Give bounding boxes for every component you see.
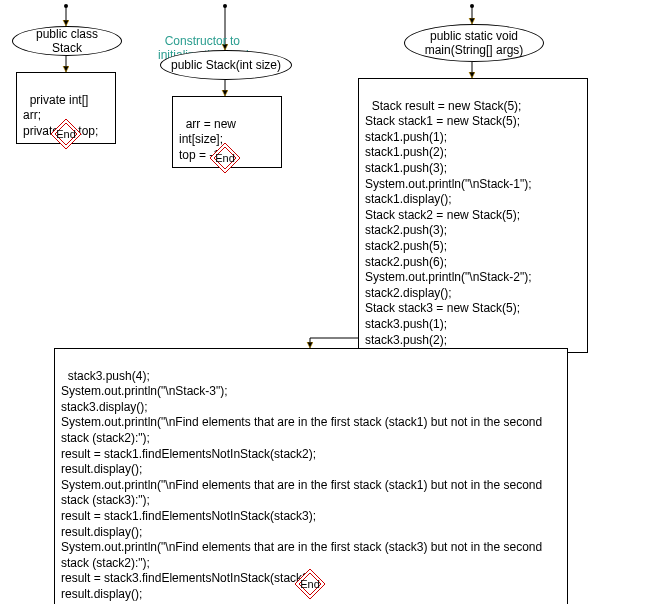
node-constructor-label: public Stack(int size)	[171, 58, 281, 72]
node-main-body-2: stack3.push(4); System.out.println("\nSt…	[54, 348, 568, 604]
end-node-3: End	[294, 568, 326, 600]
end-node-2: End	[209, 142, 241, 174]
end-node-2-label: End	[215, 152, 235, 164]
node-class-stack-label: public class Stack	[21, 27, 113, 56]
node-class-stack: public class Stack	[12, 26, 122, 56]
node-main-sig-label: public static void main(String[] args)	[425, 29, 524, 58]
end-node-1: End	[50, 118, 82, 150]
end-node-1-label: End	[56, 128, 76, 140]
node-constructor: public Stack(int size)	[160, 50, 292, 80]
node-main-body-1-text: Stack result = new Stack(5); Stack stack…	[365, 99, 532, 347]
end-node-3-label: End	[300, 578, 320, 590]
node-main-sig: public static void main(String[] args)	[404, 24, 544, 62]
node-main-body-2-text: stack3.push(4); System.out.println("\nSt…	[61, 369, 542, 601]
node-main-body-1: Stack result = new Stack(5); Stack stack…	[358, 78, 588, 353]
